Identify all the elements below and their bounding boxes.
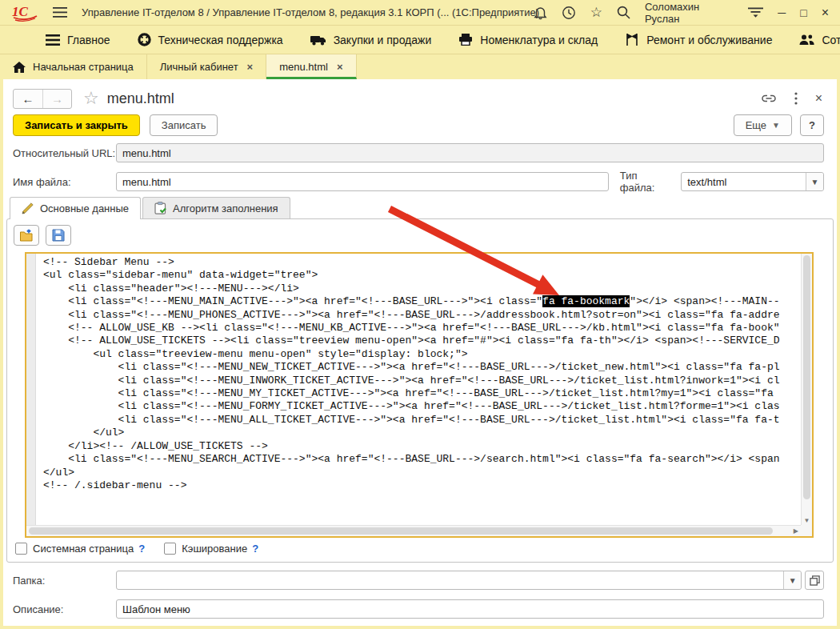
- code-line: <li class="header"><!---MENU---></li>: [43, 282, 801, 295]
- file-type-label: Тип файла:: [620, 170, 674, 194]
- file-name-row: Имя файла: Тип файла: text/html ▼: [13, 170, 824, 194]
- checkbox-label: Системная страница: [33, 543, 134, 555]
- people-icon: [799, 34, 814, 46]
- detail-tab[interactable]: Основные данные: [10, 197, 141, 219]
- tab-label: Начальная страница: [33, 61, 134, 73]
- code-line: <!-- Sidebar Menu -->: [43, 256, 801, 269]
- section-item[interactable]: Сотрудники: [786, 26, 840, 54]
- checkbox-group: Системная страница?: [15, 543, 145, 555]
- section-label: Номенклатура и склад: [480, 34, 598, 46]
- vertical-scrollbar[interactable]: ▼: [801, 254, 812, 525]
- history-icon[interactable]: [562, 6, 576, 20]
- relative-url-input[interactable]: [116, 143, 824, 162]
- code-line: <!-- ALLOW_USE_TICKETS --><li class="tre…: [43, 335, 801, 347]
- get-link-icon[interactable]: [761, 93, 777, 104]
- code-line: <li class="<!---MENU_NEW_TICKET_ACTIVE--…: [43, 361, 801, 374]
- code-line: </ul>: [43, 467, 801, 479]
- edit-icon: [22, 202, 34, 214]
- section-item[interactable]: Главное: [32, 26, 124, 54]
- nav-back-button[interactable]: ←: [14, 90, 42, 108]
- scroll-down-arrow-icon[interactable]: ▼: [802, 517, 812, 524]
- detail-tab-label: Алгоритм заполнения: [173, 202, 278, 214]
- window-tab[interactable]: Начальная страница: [0, 54, 147, 79]
- flags-icon: [625, 34, 639, 46]
- save-button[interactable]: Записать: [150, 114, 218, 136]
- help-button[interactable]: ?: [800, 114, 824, 136]
- section-item[interactable]: Техническая поддержка: [124, 26, 297, 54]
- section-label: Сотрудники: [822, 34, 840, 46]
- vertical-scrollbar-thumb[interactable]: [803, 255, 810, 499]
- current-user[interactable]: Соломахин Руслан: [645, 1, 734, 25]
- section-item[interactable]: Номенклатура и склад: [445, 26, 611, 54]
- window-titlebar: 1С Управление IT-отделом 8 / Управление …: [0, 0, 840, 26]
- horizontal-scrollbar-thumb[interactable]: [29, 527, 773, 535]
- notifications-bell-icon[interactable]: [534, 6, 547, 20]
- code-line: <ul class="sidebar-menu" data-widget="tr…: [43, 269, 801, 282]
- home-icon: [13, 62, 26, 73]
- tab-close-icon[interactable]: ×: [337, 61, 343, 73]
- code-line: <li class="<!---MENU_ALL_TICKET_ACTIVE--…: [43, 414, 801, 427]
- folder-combo[interactable]: ▼: [116, 571, 802, 590]
- checkbox[interactable]: [164, 543, 176, 555]
- folder-row: Папка: ▼: [13, 571, 824, 590]
- system-menu-icon[interactable]: [53, 7, 67, 18]
- nav-forward-button[interactable]: →: [42, 90, 71, 108]
- code-line: <li class="<!---MENU_INWORK_TICKET_ACTIV…: [43, 375, 801, 387]
- description-input[interactable]: [116, 599, 824, 619]
- load-from-file-button[interactable]: [14, 225, 39, 246]
- help-question-icon[interactable]: ?: [138, 543, 145, 555]
- save-and-close-button[interactable]: Записать и закрыть: [13, 114, 140, 136]
- editor-toolbar: [14, 225, 71, 246]
- horizontal-scrollbar[interactable]: ▶: [26, 525, 801, 536]
- code-line: <ul class="treeview-menu menu-open" styl…: [43, 348, 801, 361]
- scrollbar-corner: [801, 525, 812, 536]
- section-label: Техническая поддержка: [158, 34, 283, 46]
- folder-label: Папка:: [13, 575, 116, 587]
- save-to-file-button[interactable]: [46, 225, 71, 246]
- code-line: <!-- /.sidebar-menu -->: [43, 479, 801, 492]
- html-code-editor[interactable]: <!-- Sidebar Menu --><ul class="sidebar-…: [25, 252, 814, 538]
- scroll-right-arrow-icon[interactable]: ▶: [794, 527, 798, 535]
- code-line: <li class="<!---MENU_PHONES_ACTIVE--->">…: [43, 309, 801, 322]
- floppy-disk-icon: [52, 229, 65, 242]
- relative-url-row: Относительный URL:: [13, 143, 824, 162]
- more-actions-button[interactable]: Еще▼: [734, 114, 792, 136]
- detail-tabstrip: Основные данныеАлгоритм заполнения: [10, 197, 292, 218]
- page-title: menu.html: [107, 90, 174, 107]
- app-title: Управление IT-отделом 8 / Управление IT-…: [82, 6, 539, 18]
- support-icon: [138, 33, 151, 46]
- file-type-combo[interactable]: text/html ▼: [681, 172, 824, 191]
- file-name-input[interactable]: [116, 172, 609, 191]
- description-label: Описание:: [13, 603, 116, 615]
- editor-gutter: [26, 254, 36, 525]
- main-data-panel: <!-- Sidebar Menu --><ul class="sidebar-…: [6, 218, 834, 563]
- add-to-favorites-star-icon[interactable]: ☆: [83, 90, 99, 107]
- page-header: ← → ☆ menu.html ×: [13, 86, 827, 110]
- checkbox[interactable]: [15, 543, 27, 555]
- window-tab[interactable]: menu.html×: [266, 54, 356, 79]
- detail-tab[interactable]: Алгоритм заполнения: [142, 197, 290, 218]
- service-settings-icon[interactable]: [748, 6, 763, 18]
- code-text[interactable]: <!-- Sidebar Menu --><ul class="sidebar-…: [37, 254, 801, 525]
- section-item[interactable]: Ремонт и обслуживание: [611, 26, 786, 54]
- file-type-dropdown-icon[interactable]: ▼: [806, 173, 823, 190]
- open-windows-tabbar: Начальная страницаЛичный кабинет×menu.ht…: [0, 54, 840, 79]
- window-close-button[interactable]: ×: [822, 6, 829, 19]
- description-row: Описание:: [13, 599, 824, 619]
- search-icon[interactable]: [617, 6, 630, 19]
- help-question-icon[interactable]: ?: [252, 543, 258, 555]
- form-close-button[interactable]: ×: [815, 92, 822, 105]
- selected-code-text: fa fa-bookmark: [542, 295, 630, 307]
- minimize-button[interactable]: ─: [778, 7, 786, 18]
- section-label: Закупки и продажи: [334, 34, 432, 46]
- tab-close-icon[interactable]: ×: [247, 61, 254, 73]
- more-dots-icon[interactable]: [794, 92, 798, 105]
- favorites-star-icon[interactable]: ☆: [590, 6, 602, 19]
- folder-dropdown-icon[interactable]: ▼: [783, 571, 801, 589]
- folder-choose-button[interactable]: [805, 571, 824, 590]
- window-tab[interactable]: Личный кабинет×: [147, 54, 266, 79]
- maximize-button[interactable]: □: [800, 7, 806, 18]
- section-item[interactable]: Закупки и продажи: [297, 26, 446, 54]
- command-bar: Записать и закрыть Записать Еще▼ ?: [13, 114, 824, 136]
- 1c-logo: 1С: [11, 4, 38, 22]
